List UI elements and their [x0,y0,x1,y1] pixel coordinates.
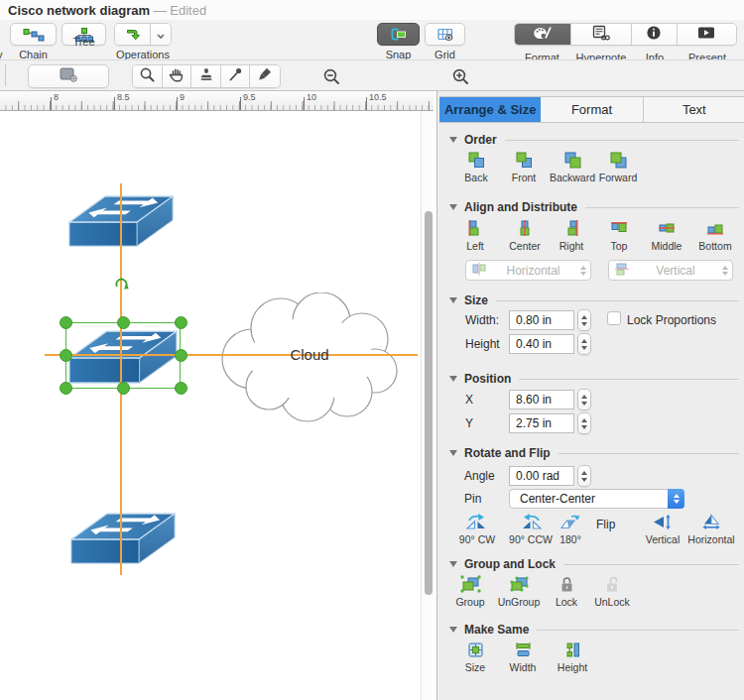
brush-tool-button[interactable] [250,65,280,87]
info-icon [646,25,662,45]
width-stepper[interactable] [577,309,591,331]
disclosure-triangle-icon [449,204,457,210]
hypernote-button[interactable] [571,24,632,45]
drawing-canvas[interactable]: Cloud [0,111,436,700]
rotate-cw-button[interactable]: 90° CW [453,512,501,545]
selection-handle[interactable] [175,316,187,329]
align-bottom-button[interactable]: Bottom [689,218,741,252]
palette-icon [533,25,553,45]
group-button[interactable]: Group [450,574,490,608]
snap-icon [390,25,408,45]
flip-vertical-button[interactable]: Vertical [639,512,686,545]
selection-handle[interactable] [60,316,72,329]
align-middle-icon [659,218,675,238]
ungroup-button[interactable]: UnGroup [495,574,543,608]
same-width-button[interactable]: Width [501,640,545,673]
rotation-handle-icon[interactable] [114,278,129,292]
height-stepper[interactable] [577,333,591,355]
tools-toolbar [0,59,744,91]
selection-handle[interactable] [117,316,130,329]
pin-dropdown[interactable]: Center-Center [509,489,684,509]
order-forward-button[interactable]: Forward [596,150,640,183]
lock-proportions-checkbox[interactable] [607,311,621,325]
eyedropper-tool-button[interactable] [221,65,251,87]
tree-button[interactable]: Tree [62,23,106,48]
section-order[interactable]: Order [449,133,739,147]
align-left-button[interactable]: Left [455,218,495,252]
grid-icon [435,25,455,45]
brush-icon [257,66,273,86]
align-center-button[interactable]: Center [503,218,547,252]
pin-label: Pin [464,492,481,506]
unlock-button[interactable]: UnLock [588,574,636,608]
same-height-button[interactable]: Height [549,640,596,673]
pan-tool-button[interactable] [163,65,192,87]
rotate-180-button[interactable]: 180° [553,512,588,545]
switch-bottom[interactable] [69,510,177,567]
stamp-tool-button[interactable] [191,65,221,87]
same-size-button[interactable]: Size [455,640,495,673]
chain-button[interactable]: Chain [10,23,57,60]
x-field[interactable] [509,390,574,409]
tab-arrange-size[interactable]: Arrange & Size [439,97,541,122]
disclosure-triangle-icon [449,450,457,456]
section-position[interactable]: Position [449,372,739,386]
width-field[interactable] [509,310,574,330]
canvas-scrollbar[interactable] [421,111,435,700]
selection-handle[interactable] [175,382,187,395]
flip-horizontal-button[interactable]: Horizontal [682,512,740,545]
zoom-out-icon[interactable] [322,67,341,90]
selection-handle[interactable] [60,349,72,362]
grid-button[interactable]: Grid [425,23,465,60]
snap-button[interactable]: Snap [377,23,420,60]
tab-format[interactable]: Format [541,97,643,122]
canvas-scrollbar-thumb[interactable] [425,211,433,595]
section-align[interactable]: Align and Distribute [449,200,739,214]
selection-handle[interactable] [175,349,187,362]
stencil-panel-button[interactable] [28,64,109,88]
same-width-icon [515,640,532,659]
y-stepper[interactable] [577,412,591,434]
height-field[interactable] [509,334,574,354]
operations-button[interactable]: Operations [114,23,172,60]
zoom-tool-button[interactable] [133,65,163,87]
section-rotate[interactable]: Rotate and Flip [449,446,739,460]
section-group-lock[interactable]: Group and Lock [449,557,739,571]
align-right-button[interactable]: Right [550,218,593,252]
rotate-ccw-button[interactable]: 90° CCW [505,512,557,545]
lock-proportions-label: Lock Proportions [627,313,716,327]
present-button[interactable] [678,24,736,45]
selection-handle[interactable] [117,382,130,395]
angle-field[interactable] [509,466,574,486]
info-button[interactable] [632,24,678,45]
operations-icon [125,25,141,45]
ruler-label: 8.5 [117,92,130,102]
disclosure-triangle-icon [449,297,457,303]
section-size[interactable]: Size [449,293,739,307]
inspector-tabs: Arrange & Size Format Text [439,96,744,123]
order-front-button[interactable]: Front [504,150,544,183]
align-middle-button[interactable]: Middle [643,218,690,252]
format-button[interactable] [515,24,571,45]
operations-main[interactable] [115,24,151,45]
distribute-horizontal-dropdown[interactable]: Horizontal [465,260,591,281]
cloud-label: Cloud [270,346,349,363]
ruler-label: 10 [307,92,316,102]
stepper-chevrons-icon [722,266,728,276]
lock-button[interactable]: Lock [545,574,588,608]
distribute-vertical-dropdown[interactable]: Vertical [608,260,733,281]
zoom-in-icon[interactable] [451,67,470,90]
x-stepper[interactable] [577,389,591,410]
selection-handle[interactable] [60,382,72,395]
align-left-icon [467,218,483,238]
angle-stepper[interactable] [577,465,591,487]
y-field[interactable] [509,413,574,433]
inspector-panel: Arrange & Size Format Text Order Back [436,91,744,700]
order-forward-icon [610,150,627,170]
operations-dropdown[interactable] [151,24,171,45]
order-back-button[interactable]: Back [456,150,496,183]
section-make-same[interactable]: Make Same [449,623,739,637]
tab-text[interactable]: Text [644,97,744,122]
order-backward-button[interactable]: Backward [549,150,596,183]
align-top-button[interactable]: Top [597,218,641,252]
